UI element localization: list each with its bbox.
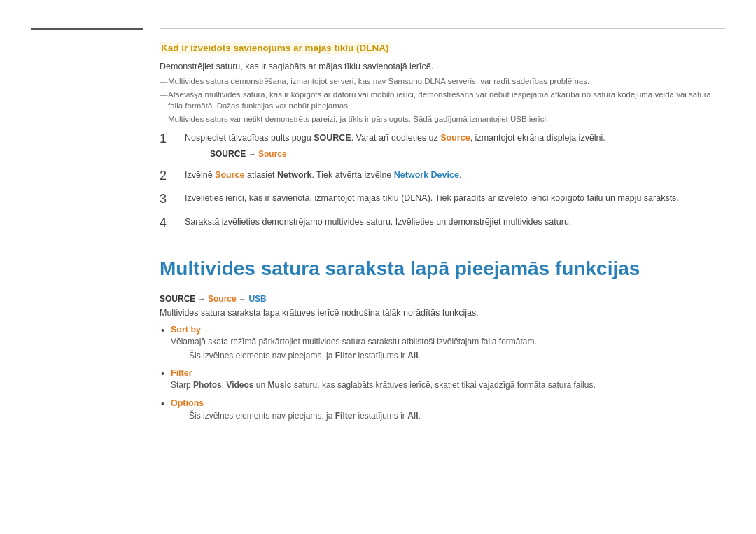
feature-filter: Filter Starp Photos, Videos un Music sat… — [160, 368, 725, 391]
dlna-section: Kad ir izveidots savienojums ar mājas tī… — [160, 28, 725, 231]
options-sub-list: Šis izvēlnes elements nav pieejams, ja F… — [171, 410, 725, 422]
main-section: Multivides satura saraksta lapā pieejamā… — [160, 256, 725, 423]
dlna-intro-text: Demonstrējiet saturu, kas ir saglabāts a… — [160, 62, 725, 71]
main-section-title: Multivides satura saraksta lapā pieejamā… — [160, 256, 725, 281]
dlna-section-title: Kad ir izveidots savienojums ar mājas tī… — [160, 41, 725, 56]
source-usb-line: SOURCE → Source → USB — [160, 294, 725, 304]
dlna-dash-list: Multivides satura demonstrēšana, izmanto… — [160, 76, 725, 125]
sort-by-sub-list: Šis izvēlnes elements nav pieejams, ja F… — [171, 350, 725, 362]
list-item: Šis izvēlnes elements nav pieejams, ja F… — [179, 350, 725, 362]
left-decoration-bar — [31, 28, 143, 30]
page: Kad ir izveidots savienojums ar mājas tī… — [0, 0, 756, 534]
list-item: Multivides satura demonstrēšana, izmanto… — [160, 76, 725, 87]
numbered-steps-list: 1 Nospiediet tālvadības pults pogu SOURC… — [160, 132, 725, 231]
feature-sort-by: Sort by Vēlamajā skata režīmā pārkārtoji… — [160, 325, 725, 362]
step-2: 2 Izvēlnē Source atlasiet Network. Tiek … — [160, 169, 725, 184]
feature-list: Sort by Vēlamajā skata režīmā pārkārtoji… — [160, 325, 725, 422]
source-arrow-line-1: SOURCE → Source — [210, 148, 725, 160]
step-4: 4 Sarakstā izvēlieties demonstrējamo mul… — [160, 216, 725, 231]
feature-options: Options Šis izvēlnes elements nav pieeja… — [160, 398, 725, 422]
list-item: Multivides saturs var netikt demonstrēts… — [160, 113, 725, 125]
list-item: Šis izvēlnes elements nav pieejams, ja F… — [179, 410, 725, 422]
list-item: Atsevišķa multivides satura, kas ir kopī… — [160, 89, 725, 111]
content-area: Kad ir izveidots savienojums ar mājas tī… — [160, 28, 725, 520]
feature-intro-text: Multivides satura saraksta lapa krātuves… — [160, 308, 725, 318]
step-3: 3 Izvēlieties ierīci, kas ir savienota, … — [160, 192, 725, 207]
step-1: 1 Nospiediet tālvadības pults pogu SOURC… — [160, 132, 725, 160]
